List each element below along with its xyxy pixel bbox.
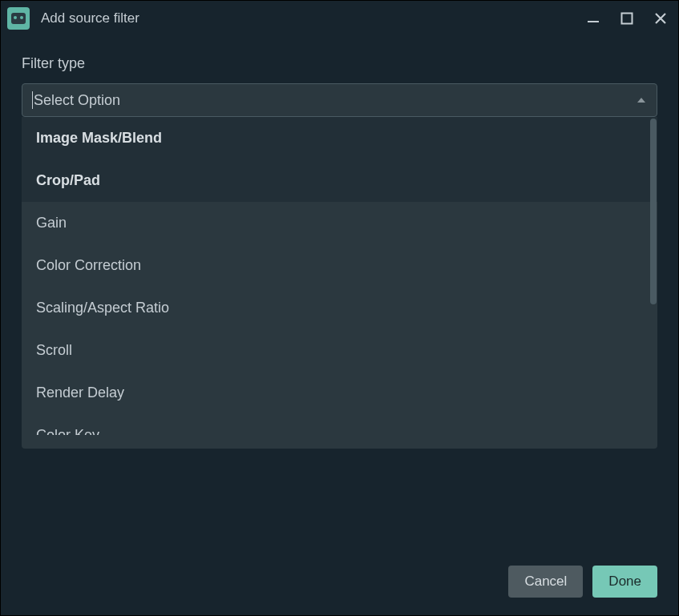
cancel-button[interactable]: Cancel	[508, 566, 583, 598]
minimize-button[interactable]	[584, 9, 603, 28]
chevron-up-icon	[637, 98, 645, 103]
dropdown-option[interactable]: Color Key	[22, 414, 657, 435]
close-button[interactable]	[651, 9, 670, 28]
dropdown-list: Image Mask/BlendCrop/PadGainColor Correc…	[22, 117, 657, 449]
dropdown-option[interactable]: Crop/Pad	[22, 159, 657, 202]
app-icon	[7, 7, 30, 30]
select-placeholder-text: Select Option	[34, 92, 120, 109]
svg-rect-0	[588, 21, 599, 22]
svg-rect-1	[622, 14, 633, 24]
scrollbar-track[interactable]	[649, 117, 657, 449]
close-icon	[654, 12, 667, 25]
filter-type-dropdown: Image Mask/BlendCrop/PadGainColor Correc…	[22, 117, 657, 449]
dropdown-option[interactable]: Image Mask/Blend	[22, 117, 657, 159]
dialog-content: Filter type Select Option Image Mask/Ble…	[1, 36, 678, 550]
scrollbar-thumb[interactable]	[650, 119, 657, 304]
minimize-icon	[587, 12, 600, 25]
dropdown-option[interactable]: Gain	[22, 202, 657, 244]
dialog-footer: Cancel Done	[1, 550, 678, 615]
dropdown-option[interactable]: Render Delay	[22, 372, 657, 414]
titlebar: Add source filter	[1, 1, 678, 36]
window-title: Add source filter	[41, 10, 584, 26]
maximize-icon	[620, 12, 633, 25]
filter-type-select[interactable]: Select Option	[22, 83, 657, 117]
done-button[interactable]: Done	[592, 566, 657, 598]
window-controls	[584, 9, 670, 28]
dropdown-option[interactable]: Scroll	[22, 329, 657, 372]
dropdown-option[interactable]: Color Correction	[22, 244, 657, 287]
maximize-button[interactable]	[617, 9, 637, 28]
dialog-window: Add source filter Filter type Select Opt…	[0, 0, 679, 616]
dropdown-option[interactable]: Scaling/Aspect Ratio	[22, 287, 657, 329]
filter-type-select-wrapper: Select Option Image Mask/BlendCrop/PadGa…	[22, 83, 657, 117]
filter-type-label: Filter type	[22, 55, 657, 72]
text-cursor	[32, 91, 33, 109]
